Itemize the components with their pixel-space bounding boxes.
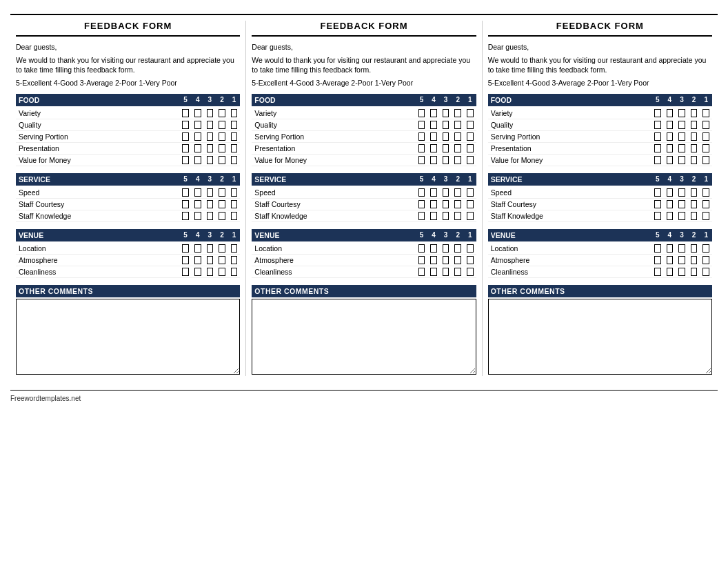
checkbox[interactable]: [467, 132, 474, 141]
checkbox[interactable]: [654, 200, 661, 208]
checkbox[interactable]: [667, 244, 674, 253]
checkbox[interactable]: [678, 109, 685, 117]
checkbox[interactable]: [702, 132, 709, 141]
checkbox[interactable]: [430, 256, 437, 264]
checkbox[interactable]: [418, 256, 425, 264]
checkbox[interactable]: [691, 256, 698, 264]
checkbox[interactable]: [467, 156, 474, 164]
checkbox[interactable]: [418, 144, 425, 152]
checkbox[interactable]: [443, 144, 449, 152]
checkbox[interactable]: [430, 212, 437, 220]
checkbox[interactable]: [207, 200, 214, 208]
checkbox[interactable]: [194, 109, 201, 117]
checkbox[interactable]: [443, 132, 449, 141]
checkbox[interactable]: [207, 156, 214, 164]
checkbox[interactable]: [702, 200, 709, 208]
checkbox[interactable]: [207, 188, 214, 197]
checkbox[interactable]: [231, 268, 238, 276]
checkbox[interactable]: [667, 188, 674, 197]
checkbox[interactable]: [219, 188, 225, 197]
checkbox[interactable]: [443, 156, 449, 164]
checkbox[interactable]: [418, 109, 425, 117]
checkbox[interactable]: [207, 132, 214, 141]
checkbox[interactable]: [654, 256, 661, 264]
checkbox[interactable]: [691, 200, 698, 208]
checkbox[interactable]: [702, 109, 709, 117]
checkbox[interactable]: [667, 132, 674, 141]
checkbox[interactable]: [430, 188, 437, 197]
checkbox[interactable]: [467, 188, 474, 197]
checkbox[interactable]: [467, 268, 474, 276]
checkbox[interactable]: [194, 121, 201, 129]
checkbox[interactable]: [194, 256, 201, 264]
checkbox[interactable]: [654, 132, 661, 141]
checkbox[interactable]: [219, 121, 225, 129]
checkbox[interactable]: [231, 212, 238, 220]
checkbox[interactable]: [667, 121, 674, 129]
checkbox[interactable]: [454, 200, 461, 208]
checkbox[interactable]: [182, 244, 189, 253]
other-comments-textarea-3[interactable]: [488, 299, 712, 375]
checkbox[interactable]: [182, 256, 189, 264]
checkbox[interactable]: [207, 212, 214, 220]
checkbox[interactable]: [667, 212, 674, 220]
checkbox[interactable]: [194, 244, 201, 253]
checkbox[interactable]: [454, 244, 461, 253]
checkbox[interactable]: [454, 121, 461, 129]
checkbox[interactable]: [182, 132, 189, 141]
checkbox[interactable]: [702, 268, 709, 276]
checkbox[interactable]: [678, 268, 685, 276]
checkbox[interactable]: [454, 109, 461, 117]
checkbox[interactable]: [182, 156, 189, 164]
checkbox[interactable]: [654, 244, 661, 253]
checkbox[interactable]: [467, 244, 474, 253]
checkbox[interactable]: [667, 109, 674, 117]
checkbox[interactable]: [182, 212, 189, 220]
checkbox[interactable]: [443, 121, 449, 129]
checkbox[interactable]: [207, 244, 214, 253]
checkbox[interactable]: [430, 156, 437, 164]
checkbox[interactable]: [207, 109, 214, 117]
checkbox[interactable]: [702, 144, 709, 152]
checkbox[interactable]: [678, 144, 685, 152]
checkbox[interactable]: [454, 156, 461, 164]
checkbox[interactable]: [691, 244, 698, 253]
checkbox[interactable]: [231, 109, 238, 117]
checkbox[interactable]: [443, 109, 449, 117]
checkbox[interactable]: [443, 200, 449, 208]
checkbox[interactable]: [678, 256, 685, 264]
checkbox[interactable]: [418, 121, 425, 129]
checkbox[interactable]: [418, 156, 425, 164]
checkbox[interactable]: [194, 132, 201, 141]
checkbox[interactable]: [691, 109, 698, 117]
checkbox[interactable]: [443, 244, 449, 253]
checkbox[interactable]: [182, 109, 189, 117]
checkbox[interactable]: [443, 188, 449, 197]
checkbox[interactable]: [219, 212, 225, 220]
checkbox[interactable]: [207, 144, 214, 152]
checkbox[interactable]: [678, 244, 685, 253]
checkbox[interactable]: [467, 109, 474, 117]
checkbox[interactable]: [219, 256, 225, 264]
checkbox[interactable]: [231, 156, 238, 164]
checkbox[interactable]: [194, 268, 201, 276]
checkbox[interactable]: [219, 200, 225, 208]
checkbox[interactable]: [231, 188, 238, 197]
checkbox[interactable]: [219, 268, 225, 276]
checkbox[interactable]: [667, 144, 674, 152]
checkbox[interactable]: [418, 200, 425, 208]
checkbox[interactable]: [667, 200, 674, 208]
checkbox[interactable]: [430, 200, 437, 208]
checkbox[interactable]: [702, 121, 709, 129]
checkbox[interactable]: [219, 156, 225, 164]
checkbox[interactable]: [454, 256, 461, 264]
checkbox[interactable]: [667, 156, 674, 164]
checkbox[interactable]: [467, 256, 474, 264]
checkbox[interactable]: [231, 144, 238, 152]
checkbox[interactable]: [654, 144, 661, 152]
checkbox[interactable]: [194, 156, 201, 164]
checkbox[interactable]: [678, 156, 685, 164]
checkbox[interactable]: [430, 121, 437, 129]
checkbox[interactable]: [430, 244, 437, 253]
checkbox[interactable]: [691, 188, 698, 197]
